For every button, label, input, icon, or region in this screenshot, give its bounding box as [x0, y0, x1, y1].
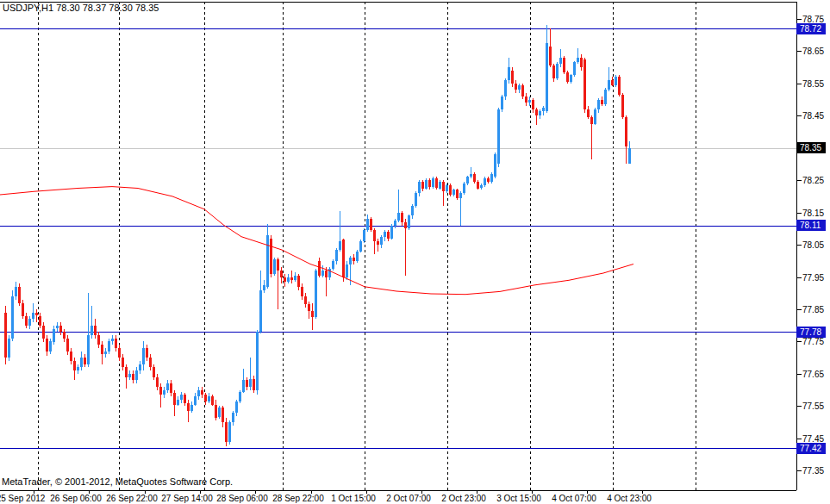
- candle: [115, 335, 117, 352]
- candle: [108, 339, 110, 355]
- candle: [618, 75, 621, 96]
- candle-body: [394, 221, 396, 226]
- candle-body: [225, 422, 228, 441]
- candle: [628, 141, 631, 164]
- time-tick-label: 3 Oct 15:00: [496, 494, 541, 503]
- candle: [280, 267, 283, 283]
- candle: [290, 271, 293, 283]
- candle-body: [108, 341, 110, 351]
- candle-body: [535, 109, 538, 116]
- candle: [525, 93, 527, 106]
- candle-body: [556, 64, 559, 78]
- candle-body: [53, 329, 55, 342]
- candle-body: [421, 182, 424, 189]
- candle: [363, 228, 365, 243]
- candle: [577, 48, 579, 65]
- candle-body: [597, 100, 600, 109]
- price-tick-label: 77.55: [802, 401, 824, 411]
- candle-body: [28, 319, 31, 326]
- candle-body: [132, 374, 134, 381]
- candle-body: [601, 100, 603, 105]
- candle: [304, 293, 307, 308]
- candle-body: [349, 258, 352, 264]
- candle: [528, 96, 531, 106]
- candle-body: [177, 400, 179, 405]
- time-tick-label: 28 Sep 06:00: [216, 494, 268, 503]
- candle-body: [470, 174, 472, 177]
- candle: [401, 211, 403, 226]
- candle: [128, 370, 131, 380]
- candle-body: [449, 185, 452, 195]
- candle: [242, 369, 245, 393]
- candle: [597, 98, 600, 113]
- price-level-label: 78.11: [796, 220, 826, 231]
- candle: [515, 80, 517, 93]
- candle: [197, 387, 200, 400]
- candle: [425, 178, 427, 190]
- candle: [208, 393, 210, 402]
- candle-body: [135, 370, 138, 380]
- candle-body: [253, 379, 255, 390]
- candle: [204, 393, 207, 404]
- candle: [408, 215, 410, 231]
- candle: [142, 341, 145, 370]
- candle-body: [104, 352, 107, 355]
- candle-body: [153, 367, 155, 376]
- candle: [594, 108, 596, 126]
- candle-body: [315, 271, 317, 317]
- candle: [180, 392, 183, 403]
- candle: [332, 259, 334, 271]
- candle-body: [435, 178, 438, 188]
- candle: [284, 274, 286, 287]
- candle-body: [342, 240, 345, 277]
- candle-body: [94, 326, 97, 335]
- candle: [218, 406, 221, 419]
- candle-wick: [378, 239, 378, 252]
- candle: [149, 354, 152, 370]
- candle-body: [611, 80, 614, 85]
- price-tick-label: 77.35: [802, 466, 824, 476]
- candle: [521, 84, 524, 100]
- candle: [270, 235, 272, 277]
- candle: [570, 74, 572, 84]
- candle: [125, 364, 128, 389]
- candle-body: [335, 250, 338, 261]
- candle: [359, 240, 362, 252]
- candle-body: [156, 377, 159, 387]
- candle-body: [304, 296, 307, 304]
- candle-body: [590, 117, 593, 124]
- candle: [70, 348, 72, 364]
- candle: [439, 180, 441, 190]
- candle: [163, 387, 165, 398]
- candle: [232, 411, 234, 426]
- candle-body: [187, 403, 190, 411]
- time-tick-label: 1 Oct 15:00: [331, 494, 376, 503]
- candle: [315, 269, 317, 319]
- candle: [11, 290, 14, 342]
- candle-body: [404, 222, 407, 229]
- price-tick-label: 78.05: [802, 240, 824, 250]
- candle: [415, 191, 417, 208]
- price-tick-label: 78.65: [802, 47, 824, 56]
- candle: [97, 332, 100, 348]
- chart-plot-area[interactable]: [0, 0, 830, 504]
- candle-body: [180, 395, 183, 400]
- candle-body: [15, 287, 17, 296]
- candle-body: [473, 174, 476, 182]
- candle-body: [587, 109, 590, 117]
- candle: [487, 177, 490, 184]
- candle-body: [621, 95, 624, 117]
- candle: [552, 64, 555, 82]
- candle-body: [163, 390, 165, 395]
- candle-body: [559, 58, 562, 65]
- candle-body: [480, 185, 483, 189]
- candle-body: [84, 358, 86, 364]
- candle: [573, 61, 576, 78]
- candle: [177, 396, 179, 406]
- candle-body: [432, 178, 434, 186]
- candle-body: [42, 326, 45, 339]
- candle: [118, 345, 121, 361]
- candle-body: [463, 184, 465, 193]
- time-tick-label: 28 Sep 22:00: [272, 494, 324, 503]
- candle: [621, 93, 624, 119]
